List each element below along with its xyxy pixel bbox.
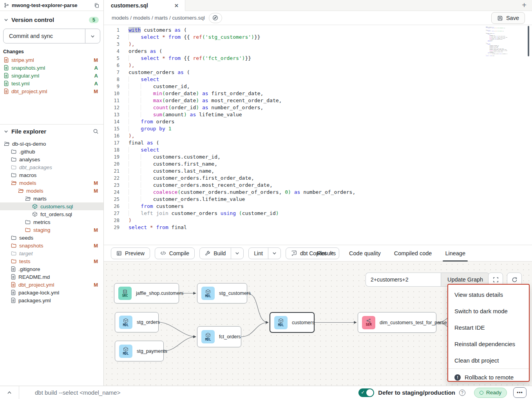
help-icon[interactable]: ? <box>459 390 465 396</box>
node-label: stg_customers <box>219 291 251 296</box>
tree-item--github[interactable]: .github <box>0 148 103 155</box>
preview-button[interactable]: Preview <box>111 247 150 259</box>
build-button[interactable]: Build <box>199 247 244 259</box>
project-header: mwong-test-explorer-parse <box>0 0 103 11</box>
change-item[interactable]: test.ymlA <box>0 79 103 87</box>
tree-item-label: .github <box>19 149 98 155</box>
tree-item-seeds[interactable]: seeds <box>0 234 103 242</box>
lineage-search-input[interactable] <box>366 273 441 287</box>
tree-item-package-lock-yml[interactable]: package-lock.yml <box>0 289 103 296</box>
version-control-header[interactable]: Version control 5 <box>0 11 103 25</box>
editor-scrollbar[interactable] <box>528 26 529 56</box>
tree-item-db-sl-qs-demo[interactable]: db-sl-qs-demo <box>0 140 103 148</box>
file-icon <box>4 88 9 94</box>
tree-item-snapshots[interactable]: snapshotsM <box>0 242 103 249</box>
tab-results[interactable]: Results <box>317 245 336 262</box>
tree-item-models[interactable]: modelsM <box>0 179 103 187</box>
copy-icon[interactable] <box>94 3 100 8</box>
tab-code-quality[interactable]: Code quality <box>349 245 381 262</box>
line-number: 27 <box>104 210 119 217</box>
compass-icon[interactable] <box>209 13 222 23</box>
tree-item-readme-md[interactable]: README.md <box>0 273 103 281</box>
commit-dropdown-button[interactable] <box>85 29 100 43</box>
tree-item-metrics[interactable]: metrics <box>0 218 103 226</box>
change-item[interactable]: singular.ymlA <box>0 72 103 79</box>
line-number: 23 <box>104 182 119 189</box>
folder-icon <box>25 227 31 233</box>
code-line: 6), <box>104 62 532 69</box>
tree-item-dbt-project-yml[interactable]: dbt_project.ymlM <box>0 281 103 289</box>
main-area: customers.sql ✕ + models / models / mart… <box>104 0 532 386</box>
tree-item--gitignore[interactable]: .gitignore <box>0 265 103 273</box>
lineage-node-stg_orders[interactable]: MDLstg_orders <box>115 312 159 332</box>
model-cube-icon <box>123 347 128 352</box>
change-item[interactable]: snapshots.ymlA <box>0 64 103 72</box>
lineage-panel[interactable]: SRCjaffle_shop.customersMDLstg_customers… <box>104 262 532 386</box>
tree-item-fct-orders-sql[interactable]: fct_orders.sql <box>0 210 103 218</box>
chevron-up-icon[interactable] <box>0 386 19 399</box>
menu-item-restart-ide[interactable]: Restart IDE <box>448 319 529 336</box>
change-status: A <box>94 73 98 79</box>
menu-item-reinstall-dependencies[interactable]: Reinstall dependencies <box>448 336 529 352</box>
ready-status-badge[interactable]: Ready <box>474 388 507 398</box>
lineage-node-jaffle[interactable]: SRCjaffle_shop.customers <box>114 283 179 303</box>
more-options-button[interactable]: ••• <box>513 387 527 398</box>
defer-toggle[interactable]: ✓ <box>358 388 374 397</box>
tree-item-models[interactable]: modelsM <box>0 187 103 195</box>
menu-item-view-status-details[interactable]: View status details <box>448 286 529 303</box>
tab-lineage[interactable]: Lineage <box>445 245 465 262</box>
line-number: 29 <box>104 224 119 231</box>
menu-item-label: Rollback to remote <box>465 374 514 381</box>
minimap[interactable]: 1with customers as (2 select * from {{ r… <box>485 27 507 70</box>
menu-item-switch-to-dark-mode[interactable]: Switch to dark mode <box>448 303 529 319</box>
code-text: select * from {{ ref('stg_customers')}} <box>119 34 261 41</box>
code-editor[interactable]: 1with customers as (2 select * from {{ r… <box>104 25 532 245</box>
code-line: 19 customers.customer_id, <box>104 153 532 161</box>
tree-item-label: .gitignore <box>18 266 98 272</box>
code-text: from customers <box>119 203 184 210</box>
tree-item-customers-sql[interactable]: customers.sql <box>0 202 103 210</box>
tree-item-dbt-packages[interactable]: dbt_packages <box>0 163 103 171</box>
close-icon[interactable]: ✕ <box>173 3 180 9</box>
menu-item-rollback-to-remote[interactable]: !Rollback to remote <box>448 368 529 386</box>
lineage-node-stg_customers[interactable]: MDLstg_customers <box>197 283 247 303</box>
code-line: 11 max(order_date) as most_recent_order_… <box>104 97 532 104</box>
tree-item-label: models <box>19 180 91 186</box>
tab-customers-sql[interactable]: customers.sql ✕ <box>104 0 185 11</box>
line-number: 22 <box>104 175 119 182</box>
lineage-node-customers[interactable]: MDLcustomers <box>270 312 315 333</box>
menu-item-clean-dbt-project[interactable]: Clean dbt project <box>448 352 529 368</box>
new-tab-button[interactable]: + <box>516 0 532 11</box>
line-number: 14 <box>104 118 119 125</box>
lint-dropdown-button[interactable] <box>268 248 280 259</box>
line-number: 25 <box>104 196 119 203</box>
search-icon[interactable] <box>93 128 99 134</box>
tree-item-analyses[interactable]: analyses <box>0 155 103 163</box>
save-button[interactable]: Save <box>491 12 525 24</box>
build-dropdown-button[interactable] <box>231 248 243 259</box>
tab-compiled-code[interactable]: Compiled code <box>394 245 432 262</box>
commit-and-sync-button[interactable]: Commit and sync <box>3 29 100 43</box>
change-item[interactable]: stripe.ymlM <box>0 56 103 64</box>
code-line: 27 left join customer_orders using (cust… <box>485 53 507 54</box>
code-line: 7customer_orders as ( <box>104 69 532 76</box>
change-item[interactable]: dbt_project.ymlM <box>0 87 103 95</box>
tree-item-marts[interactable]: marts <box>0 195 103 202</box>
tree-item-tests[interactable]: testsM <box>0 257 103 265</box>
tree-item-packages-yml[interactable]: packages.yml <box>0 296 103 304</box>
change-status: A <box>94 81 98 87</box>
change-status: A <box>94 65 98 71</box>
folder-icon <box>11 149 16 154</box>
lineage-node-stg_payments[interactable]: MDLstg_payments <box>115 341 164 361</box>
line-number: 18 <box>104 146 119 153</box>
tree-item-target[interactable]: target <box>0 249 103 257</box>
tree-item-macros[interactable]: macros <box>0 171 103 179</box>
tree-item-staging[interactable]: stagingM <box>0 226 103 234</box>
lineage-node-fct_orders[interactable]: MDLfct_orders <box>197 326 241 347</box>
mdl-badge: MDL <box>201 330 215 343</box>
lint-button[interactable]: Lint <box>248 247 281 259</box>
file-explorer-header[interactable]: File explorer <box>0 125 103 136</box>
command-input[interactable]: dbt build --select <model_name> <box>19 386 358 399</box>
compile-button[interactable]: Compile <box>155 247 195 259</box>
lineage-node-dim[interactable]: SEMdim_customers_test_for_parse <box>358 312 436 333</box>
